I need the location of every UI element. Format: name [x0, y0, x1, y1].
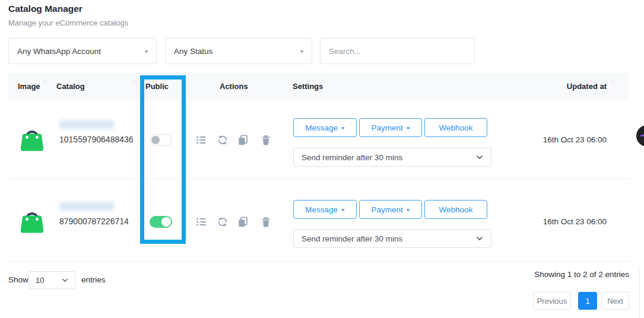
page-subtitle: Manage your eCommerce catalogs	[8, 18, 128, 27]
whatsapp-account-select-value: Any WhatsApp Account	[17, 47, 101, 56]
pagination-page-1-button[interactable]: 1	[578, 292, 597, 310]
toggle-knob	[161, 217, 171, 227]
reminder-select-value: Send reminder after 30 mins	[302, 153, 402, 162]
webhook-button[interactable]: Webhook	[424, 200, 487, 219]
updated-at: 16th Oct 23 06:00	[512, 135, 607, 144]
search-input[interactable]	[320, 38, 475, 64]
catalog-name-redacted	[59, 202, 114, 211]
chevron-down-icon	[476, 236, 483, 241]
sync-icon[interactable]	[217, 135, 228, 145]
list-icon[interactable]	[196, 217, 207, 227]
webhook-button-label: Webhook	[439, 123, 473, 132]
chevron-down-icon	[476, 155, 483, 160]
caret-right-icon: ▸	[342, 206, 345, 212]
status-select-value: Any Status	[174, 47, 212, 56]
payment-button-label: Payment	[372, 205, 403, 214]
table-header: Image ↑↓ Catalog ↑↓ Public Actions Setti…	[8, 73, 629, 100]
caret-right-icon: ▸	[407, 125, 410, 131]
payment-button[interactable]: Payment ▸	[359, 200, 422, 219]
public-toggle[interactable]	[150, 134, 172, 146]
pagination-previous-button[interactable]: Previous	[533, 292, 571, 310]
column-header-image[interactable]: Image	[18, 82, 40, 91]
whatsapp-account-select[interactable]: Any WhatsApp Account ▾	[8, 38, 157, 64]
chevron-down-icon	[62, 278, 68, 282]
toggle-knob	[151, 136, 160, 144]
page-size-select[interactable]: 10	[28, 271, 75, 289]
catalog-name-redacted	[59, 120, 114, 129]
payment-button[interactable]: Payment ▸	[359, 118, 422, 137]
reminder-select[interactable]: Send reminder after 30 mins	[293, 148, 491, 167]
show-label: Show	[8, 275, 28, 284]
row-divider	[8, 179, 629, 179]
sort-icon[interactable]: ↑↓	[43, 78, 48, 84]
catalog-image	[17, 205, 47, 236]
caret-right-icon: ▸	[407, 206, 410, 212]
column-header-actions: Actions	[220, 82, 248, 91]
column-header-settings: Settings	[293, 82, 323, 91]
column-header-public: Public	[145, 82, 169, 91]
message-button[interactable]: Message ▸	[293, 118, 357, 137]
caret-down-icon: ▾	[145, 48, 148, 55]
list-icon[interactable]	[196, 135, 207, 145]
copy-icon[interactable]	[237, 217, 248, 227]
widget-icon	[640, 135, 644, 136]
status-select[interactable]: Any Status ▾	[165, 38, 312, 64]
caret-right-icon: ▸	[342, 125, 345, 131]
table-bottom-divider	[8, 261, 629, 262]
page-title: Catalog Manager	[8, 4, 83, 14]
payment-button-label: Payment	[372, 123, 403, 132]
sort-icon[interactable]: ↑↓	[610, 78, 616, 84]
scrollbar-track[interactable]	[639, 270, 640, 318]
entries-summary: Showing 1 to 2 of 2 entries	[534, 270, 629, 279]
message-button-label: Message	[305, 205, 338, 214]
caret-down-icon: ▾	[300, 48, 303, 55]
floating-widget-button[interactable]	[636, 125, 644, 147]
column-header-catalog[interactable]: Catalog	[56, 82, 85, 91]
message-button-label: Message	[305, 123, 338, 132]
trash-icon[interactable]	[261, 217, 271, 227]
message-button[interactable]: Message ▸	[293, 200, 357, 219]
column-header-updated-at[interactable]: Updated at	[550, 82, 607, 91]
catalog-id: 879000787226714	[59, 217, 129, 226]
sort-icon[interactable]: ↑↓	[132, 78, 137, 84]
copy-icon[interactable]	[237, 135, 248, 145]
trash-icon[interactable]	[261, 135, 271, 145]
entries-label: entries	[81, 275, 106, 284]
updated-at: 16th Oct 23 06:00	[512, 217, 607, 226]
page-size-value: 10	[36, 276, 44, 285]
public-toggle[interactable]	[150, 216, 172, 228]
webhook-button[interactable]: Webhook	[424, 118, 487, 137]
catalog-manager-page: Catalog Manager Manage your eCommerce ca…	[0, 0, 644, 318]
catalog-image	[17, 123, 47, 154]
sync-icon[interactable]	[217, 217, 228, 227]
reminder-select-value: Send reminder after 30 mins	[302, 234, 402, 243]
pagination-next-button[interactable]: Next	[601, 292, 629, 310]
reminder-select[interactable]: Send reminder after 30 mins	[293, 229, 491, 248]
catalog-id: 1015597906488436	[59, 135, 134, 144]
webhook-button-label: Webhook	[439, 205, 473, 214]
